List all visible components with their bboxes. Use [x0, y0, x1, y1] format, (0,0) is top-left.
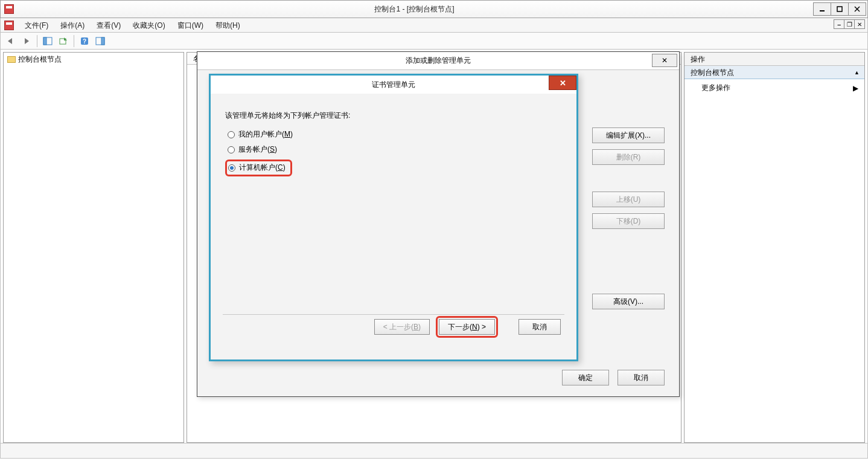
radio-icon	[228, 131, 235, 138]
snapin-cancel-button[interactable]: 取消	[617, 370, 665, 385]
radio-service-label: 服务帐户(S)	[238, 144, 277, 155]
back-button[interactable]	[4, 34, 18, 48]
menubar: 文件(F) 操作(A) 查看(V) 收藏夹(O) 窗口(W) 帮助(H) ‒ ❐…	[0, 18, 868, 33]
radio-my-user-account[interactable]: 我的用户帐户(M)	[228, 129, 562, 140]
certificates-snapin-dialog: 证书管理单元 ✕ 该管理单元将始终为下列帐户管理证书: 我的用户帐户(M) 服务…	[209, 74, 578, 361]
tree-root-label: 控制台根节点	[18, 54, 62, 65]
toolbar: ?	[0, 33, 868, 50]
forward-button[interactable]	[20, 34, 33, 48]
actions-section-root[interactable]: 控制台根节点 ▲	[685, 66, 864, 79]
mdi-minimize-button[interactable]: ‒	[834, 19, 844, 29]
menu-favorites[interactable]: 收藏夹(O)	[127, 19, 171, 32]
edit-extensions-button[interactable]: 编辑扩展(X)...	[592, 127, 665, 143]
show-hide-tree-button[interactable]	[41, 34, 54, 48]
mdi-restore-button[interactable]: ❐	[844, 19, 855, 29]
back-button: < 上一步(B)	[374, 319, 430, 335]
svg-rect-10	[101, 37, 104, 45]
help-button[interactable]: ?	[78, 34, 91, 48]
minimize-button[interactable]	[813, 2, 831, 16]
radio-computer-label: 计算机帐户(C)	[239, 163, 286, 173]
remove-button: 删除(R)	[592, 149, 665, 165]
actions-pane: 操作 控制台根节点 ▲ 更多操作 ▶	[684, 52, 865, 443]
advanced-button[interactable]: 高级(V)...	[592, 294, 665, 309]
mdi-close-button[interactable]: ✕	[854, 19, 865, 29]
snapin-dialog-title: 添加或删除管理单元	[406, 56, 471, 66]
status-bar	[0, 443, 868, 459]
actions-title: 操作	[685, 53, 864, 66]
menu-help[interactable]: 帮助(H)	[209, 19, 246, 32]
snapin-close-button[interactable]: ✕	[652, 54, 677, 67]
snapin-ok-button[interactable]: 确定	[562, 370, 609, 385]
show-hide-action-pane-button[interactable]	[94, 34, 107, 48]
next-button[interactable]: 下一步(N) >	[439, 319, 495, 335]
cert-close-button[interactable]: ✕	[549, 76, 576, 90]
cert-dialog-title: 证书管理单元	[372, 80, 415, 90]
close-button[interactable]	[848, 2, 866, 16]
mmc-icon-small	[4, 21, 14, 30]
maximize-button[interactable]	[831, 2, 849, 16]
outer-titlebar: 控制台1 - [控制台根节点]	[0, 0, 868, 18]
folder-icon	[7, 56, 16, 63]
menu-action[interactable]: 操作(A)	[54, 19, 91, 32]
radio-icon-selected	[228, 164, 235, 172]
actions-more-label: 更多操作	[701, 83, 730, 93]
cert-heading: 该管理单元将始终为下列帐户管理证书:	[225, 111, 562, 121]
svg-rect-5	[43, 37, 46, 45]
tree-root[interactable]: 控制台根节点	[4, 53, 183, 66]
separator	[223, 314, 564, 315]
radio-computer-account-highlight: 计算机帐户(C)	[225, 160, 292, 176]
move-up-button: 上移(U)	[592, 192, 665, 207]
menu-window[interactable]: 窗口(W)	[171, 19, 209, 32]
collapse-icon: ▲	[854, 66, 860, 79]
menu-view[interactable]: 查看(V)	[91, 19, 127, 32]
radio-icon	[228, 146, 235, 153]
cert-cancel-button[interactable]: 取消	[519, 319, 561, 335]
mmc-icon	[4, 4, 14, 14]
svg-rect-1	[837, 7, 842, 11]
window-title: 控制台1 - [控制台根节点]	[15, 4, 814, 15]
menu-file[interactable]: 文件(F)	[19, 19, 54, 32]
export-list-button[interactable]	[57, 34, 70, 48]
svg-text:?: ?	[83, 38, 86, 45]
chevron-right-icon: ▶	[853, 84, 858, 92]
actions-more[interactable]: 更多操作 ▶	[685, 79, 864, 97]
next-button-highlight: 下一步(N) >	[436, 316, 498, 338]
move-down-button: 下移(D)	[592, 213, 665, 229]
actions-section-label: 控制台根节点	[691, 66, 734, 79]
radio-service-account[interactable]: 服务帐户(S)	[228, 144, 562, 155]
tree-pane: 控制台根节点	[3, 52, 184, 443]
radio-my-user-label: 我的用户帐户(M)	[238, 129, 293, 140]
radio-computer-account[interactable]: 计算机帐户(C)	[228, 163, 286, 173]
